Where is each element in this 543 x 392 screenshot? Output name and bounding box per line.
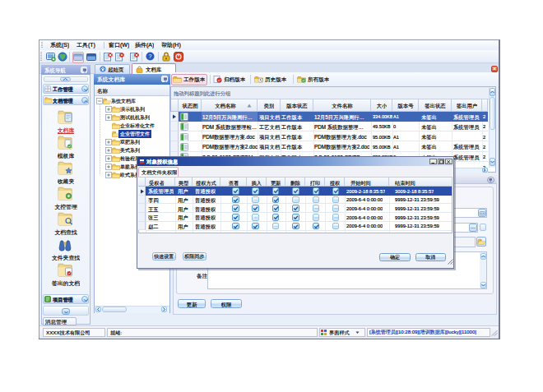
svg-text:?: ? bbox=[149, 53, 152, 59]
